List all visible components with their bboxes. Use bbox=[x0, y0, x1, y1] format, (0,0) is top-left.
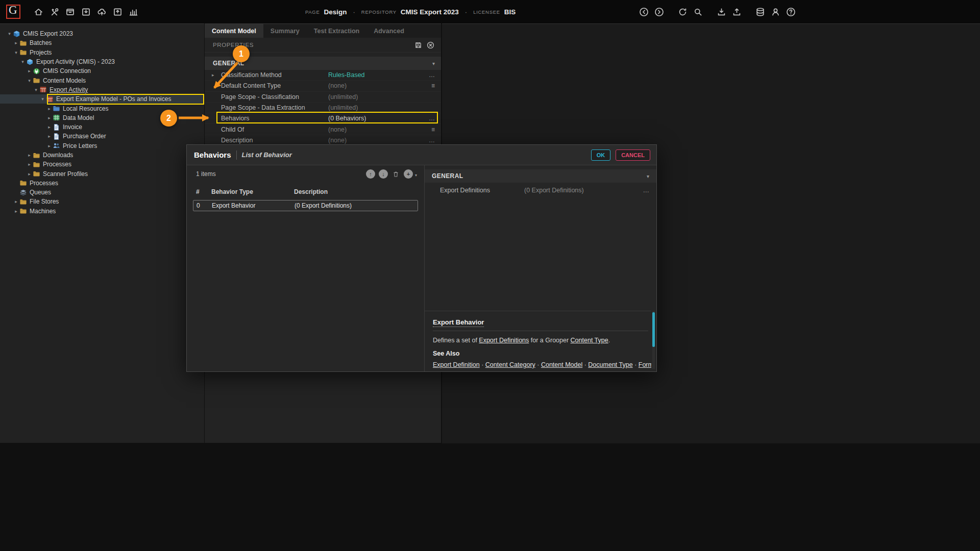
chevron-collapsed-icon[interactable]: ▸ bbox=[26, 153, 33, 158]
property-row-page-scope-data-extraction[interactable]: Page Scope - Data Extraction(unlimited) bbox=[205, 103, 441, 113]
chevron-down-icon[interactable]: ▾ bbox=[432, 61, 435, 66]
tree-item-export-activity-cmis-2023[interactable]: ▾Export Activity (CMIS) - 2023 bbox=[0, 57, 204, 66]
tree-item-machines[interactable]: ▸Machines bbox=[0, 207, 204, 216]
add-icon[interactable]: + bbox=[404, 169, 413, 179]
cloud-upload-icon[interactable] bbox=[96, 6, 107, 17]
chevron-expanded-icon[interactable]: ▾ bbox=[6, 31, 13, 36]
user-icon[interactable] bbox=[770, 6, 781, 17]
ellipsis-edit-icon[interactable]: … bbox=[428, 137, 435, 144]
chevron-collapsed-icon[interactable]: ▸ bbox=[212, 72, 221, 78]
chevron-collapsed-icon[interactable]: ▸ bbox=[26, 171, 33, 177]
chevron-collapsed-icon[interactable]: ▸ bbox=[46, 115, 53, 120]
chevron-expanded-icon[interactable]: ▾ bbox=[33, 87, 39, 92]
chevron-collapsed-icon[interactable]: ▸ bbox=[13, 209, 19, 214]
chevron-expanded-icon[interactable]: ▾ bbox=[39, 96, 46, 102]
delete-icon[interactable] bbox=[391, 170, 400, 179]
scrollbar-thumb[interactable] bbox=[652, 312, 655, 347]
tree-item-cmis-connection[interactable]: ▸CMIS Connection bbox=[0, 66, 204, 76]
export-definitions-link[interactable]: Export Definitions bbox=[479, 337, 529, 344]
chevron-collapsed-icon[interactable]: ▸ bbox=[46, 143, 53, 148]
outbox-icon[interactable] bbox=[112, 6, 123, 17]
chevron-expanded-icon[interactable]: ▾ bbox=[26, 78, 33, 83]
tab-summary[interactable]: Summary bbox=[263, 24, 307, 38]
help-icon[interactable] bbox=[785, 6, 796, 17]
tree-item-processes[interactable]: ▸Processes bbox=[0, 160, 204, 169]
property-row-page-scope-classification[interactable]: Page Scope - Classification(unlimited) bbox=[205, 92, 441, 103]
move-down-icon[interactable]: ↓ bbox=[379, 169, 388, 179]
refresh-icon[interactable] bbox=[677, 6, 688, 17]
tree-item-downloads[interactable]: ▸Downloads bbox=[0, 151, 204, 160]
chevron-collapsed-icon[interactable]: ▸ bbox=[13, 199, 19, 204]
see-also-link-export-definition[interactable]: Export Definition bbox=[433, 361, 480, 368]
see-also-link-content-model[interactable]: Content Model bbox=[541, 361, 582, 368]
chevron-down-icon[interactable]: ▾ bbox=[647, 173, 649, 179]
property-row-child-of[interactable]: Child Of(none)≡ bbox=[205, 124, 441, 135]
detail-property-value: (0 Export Definitions) bbox=[524, 187, 643, 194]
batches-icon[interactable] bbox=[64, 6, 76, 17]
see-also-link-content-category[interactable]: Content Category bbox=[485, 361, 535, 368]
annotation-step-1: 1 bbox=[233, 45, 250, 62]
tree-item-cmis-export-2023[interactable]: ▾CMIS Export 2023 bbox=[0, 29, 204, 38]
tools-icon[interactable] bbox=[48, 6, 60, 17]
chevron-collapsed-icon[interactable]: ▸ bbox=[26, 162, 33, 167]
tree-item-label: Invoice bbox=[63, 123, 82, 131]
repository-value: CMIS Export 2023 bbox=[401, 8, 459, 16]
tree-item-label: Price Letters bbox=[63, 142, 97, 149]
inbox-icon[interactable] bbox=[80, 6, 91, 17]
see-also-link-document-type[interactable]: Document Type bbox=[588, 361, 632, 368]
ellipsis-edit-icon[interactable]: … bbox=[428, 71, 435, 79]
tree-item-projects[interactable]: ▾Projects bbox=[0, 48, 204, 57]
chevron-collapsed-icon[interactable]: ▸ bbox=[46, 134, 53, 139]
property-row-behaviors[interactable]: Behaviors(0 Behaviors)… bbox=[205, 113, 441, 124]
chevron-expanded-icon[interactable]: ▾ bbox=[19, 59, 26, 64]
upload-icon[interactable] bbox=[731, 6, 742, 17]
add-menu-caret-icon[interactable]: ▾ bbox=[415, 173, 417, 179]
chevron-collapsed-icon[interactable]: ▸ bbox=[13, 40, 19, 45]
forward-circle-icon[interactable] bbox=[653, 6, 665, 17]
home-icon[interactable] bbox=[33, 6, 44, 17]
grooper-logo[interactable]: G bbox=[6, 5, 20, 19]
tab-advanced[interactable]: Advanced bbox=[366, 24, 411, 38]
stack-icon bbox=[19, 189, 27, 196]
tab-test-extraction[interactable]: Test Extraction bbox=[307, 24, 366, 38]
tree-item-export-activity[interactable]: ▾Export Activity bbox=[0, 85, 204, 94]
cube-icon bbox=[13, 30, 20, 38]
tree-item-label: Projects bbox=[30, 49, 52, 56]
tree-item-price-letters[interactable]: ▸Price Letters bbox=[0, 141, 204, 151]
tree-item-export-example-model-pos-and-invoices[interactable]: ▾Export Example Model - POs and Invoices bbox=[0, 94, 204, 104]
tree-item-content-models[interactable]: ▾Content Models bbox=[0, 76, 204, 85]
property-row-classification-method[interactable]: ▸Classification MethodRules-Based… bbox=[205, 70, 441, 81]
behavior-row-export-behavior[interactable]: 0Export Behavior(0 Export Definitions) bbox=[193, 200, 418, 211]
tab-content-model[interactable]: Content Model bbox=[205, 24, 263, 38]
tree-item-queues[interactable]: Queues bbox=[0, 188, 204, 197]
move-up-icon[interactable]: ↑ bbox=[366, 169, 375, 179]
save-icon[interactable] bbox=[414, 41, 423, 49]
ellipsis-edit-icon[interactable]: … bbox=[643, 187, 650, 194]
database-icon[interactable] bbox=[754, 6, 766, 17]
property-row-default-content-type[interactable]: Default Content Type(none)≡ bbox=[205, 81, 441, 91]
chevron-collapsed-icon[interactable]: ▸ bbox=[46, 124, 53, 130]
tree-item-file-stores[interactable]: ▸File Stores bbox=[0, 197, 204, 206]
ellipsis-edit-icon[interactable]: … bbox=[428, 115, 435, 122]
chevron-collapsed-icon[interactable]: ▸ bbox=[46, 106, 53, 111]
ok-button[interactable]: OK bbox=[591, 149, 611, 161]
tree-item-label: Downloads bbox=[43, 152, 73, 159]
content-type-link[interactable]: Content Type bbox=[571, 337, 608, 344]
detail-general-header[interactable]: GENERAL ▾ bbox=[425, 169, 656, 183]
export-definitions-row[interactable]: Export Definitions (0 Export Definitions… bbox=[425, 183, 656, 194]
chevron-collapsed-icon[interactable]: ▸ bbox=[26, 68, 33, 73]
search-icon[interactable] bbox=[692, 6, 703, 17]
tree-item-batches[interactable]: ▸Batches bbox=[0, 38, 204, 47]
clear-icon[interactable] bbox=[426, 41, 435, 49]
download-icon[interactable] bbox=[716, 6, 727, 17]
grooper-logo-letter: G bbox=[9, 4, 17, 17]
tree-item-scanner-profiles[interactable]: ▸Scanner Profiles bbox=[0, 169, 204, 178]
menu-edit-icon[interactable]: ≡ bbox=[428, 82, 435, 89]
cancel-button[interactable]: CANCEL bbox=[616, 149, 650, 161]
menu-edit-icon[interactable]: ≡ bbox=[428, 126, 435, 133]
tree-item-purchase-order[interactable]: ▸Purchase Order bbox=[0, 132, 204, 141]
tree-item-processes[interactable]: Processes bbox=[0, 179, 204, 188]
back-circle-icon[interactable] bbox=[638, 6, 649, 17]
chevron-expanded-icon[interactable]: ▾ bbox=[13, 50, 19, 55]
stats-icon[interactable] bbox=[128, 6, 139, 17]
